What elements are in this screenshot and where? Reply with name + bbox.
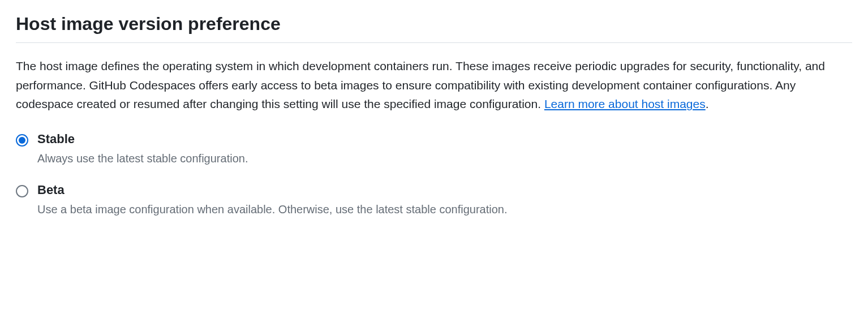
host-image-radio-group: Stable Always use the latest stable conf…	[16, 132, 852, 218]
description-period: .	[706, 97, 709, 110]
radio-description-stable: Always use the latest stable configurati…	[37, 150, 248, 167]
radio-option-stable: Stable Always use the latest stable conf…	[16, 132, 852, 167]
section-description: The host image defines the operating sys…	[16, 57, 852, 114]
radio-stable[interactable]	[16, 134, 28, 147]
section-title: Host image version preference	[16, 14, 852, 43]
radio-description-beta: Use a beta image configuration when avai…	[37, 201, 508, 218]
radio-label-beta[interactable]: Beta	[37, 183, 508, 197]
learn-more-link[interactable]: Learn more about host images	[544, 97, 706, 110]
radio-content-stable: Stable Always use the latest stable conf…	[37, 132, 248, 167]
radio-option-beta: Beta Use a beta image configuration when…	[16, 183, 852, 218]
radio-content-beta: Beta Use a beta image configuration when…	[37, 183, 508, 218]
radio-beta[interactable]	[16, 185, 28, 197]
radio-label-stable[interactable]: Stable	[37, 132, 248, 147]
